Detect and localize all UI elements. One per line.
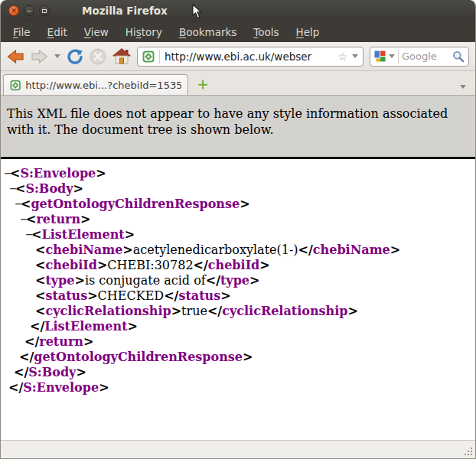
collapse-toggle-icon[interactable]: −	[15, 197, 21, 212]
xml-close-tag: </chebiId>	[194, 258, 270, 272]
resize-grip-icon[interactable]	[463, 446, 473, 456]
mouse-cursor-icon	[192, 4, 203, 19]
xml-tag-name: type	[220, 273, 249, 288]
xml-tag-name: status	[45, 288, 87, 303]
new-tab-button[interactable]: +	[195, 76, 210, 92]
xml-close-tag: </ListElement>	[30, 319, 138, 334]
xml-line: </S:Body>	[14, 365, 475, 380]
xml-line: <chebiName>acetylenedicarboxylate(1-)</c…	[35, 243, 475, 258]
collapse-toggle-icon[interactable]: −	[20, 212, 26, 227]
bookmark-star-icon[interactable]: ☆	[337, 51, 347, 62]
xml-line: <chebiId>CHEBI:30782</chebiId>	[35, 258, 475, 273]
collapse-toggle-icon[interactable]: −	[4, 166, 10, 181]
url-dropdown-icon[interactable]	[352, 54, 358, 58]
xml-close-tag: </getOntologyChildrenResponse>	[19, 350, 253, 364]
site-favicon	[142, 50, 155, 63]
xml-tag-name: S:Body	[25, 181, 73, 196]
xml-open-tag: <getOntologyChildrenResponse>	[21, 197, 250, 211]
xml-line: </S:Envelope>	[8, 380, 475, 396]
xml-line: −<S:Body>	[9, 181, 475, 197]
xml-close-tag: </status>	[164, 288, 230, 303]
xml-close-tag: </return>	[24, 334, 93, 349]
home-button[interactable]	[112, 48, 131, 64]
home-icon	[112, 48, 131, 64]
menu-item-help[interactable]: Help	[288, 23, 328, 41]
xml-tag-name: cyclicRelationship	[45, 304, 171, 318]
title-bar[interactable]: ✕ − Mozilla Firefox	[1, 0, 475, 21]
xml-style-notice: This XML file does not appear to have an…	[1, 96, 475, 159]
close-button[interactable]: ✕	[8, 5, 19, 16]
xml-close-tag: </type>	[206, 273, 260, 288]
xml-close-tag: </cyclicRelationship>	[207, 304, 358, 318]
xml-open-tag: <cyclicRelationship>	[35, 304, 181, 318]
maximize-button[interactable]	[39, 5, 50, 16]
xml-close-tag: </S:Envelope>	[8, 380, 109, 395]
search-engine-dropdown-icon[interactable]	[389, 54, 395, 58]
menu-item-view[interactable]: View	[76, 23, 117, 41]
stop-icon	[90, 48, 106, 65]
xml-open-tag: <S:Envelope>	[10, 166, 106, 181]
menu-item-file[interactable]: File	[5, 23, 39, 41]
back-button[interactable]	[7, 49, 24, 64]
url-bar[interactable]: ☆	[137, 47, 364, 67]
tab-title: http://www.ebi...?chebiId=15357	[25, 80, 181, 91]
forward-button[interactable]	[31, 49, 48, 64]
window-title: Mozilla Firefox	[82, 5, 168, 17]
stop-button[interactable]	[90, 48, 106, 65]
xml-open-tag: <chebiId>	[35, 258, 107, 272]
divider	[398, 50, 399, 63]
xml-line: −<getOntologyChildrenResponse>	[15, 197, 475, 212]
menu-bar: FileEditViewHistoryBookmarksToolsHelp	[1, 21, 475, 42]
xml-line: </ListElement>	[30, 319, 475, 334]
search-input[interactable]	[402, 50, 449, 62]
list-all-tabs-icon[interactable]	[460, 85, 466, 89]
xml-open-tag: <status>	[35, 288, 98, 303]
menu-item-history[interactable]: History	[117, 23, 171, 41]
xml-style-notice-text: This XML file does not appear to have an…	[7, 106, 448, 137]
collapse-toggle-icon[interactable]: −	[25, 227, 31, 243]
xml-line: <status>CHECKED</status>	[35, 288, 475, 304]
window-buttons: ✕ −	[8, 5, 50, 16]
xml-line: <cyclicRelationship>true</cyclicRelation…	[35, 304, 475, 319]
divider	[159, 50, 160, 63]
xml-line: −<S:Envelope>	[4, 166, 475, 181]
xml-open-tag: <type>	[35, 273, 85, 288]
xml-tag-name: ListElement	[41, 227, 124, 242]
xml-line: </return>	[24, 334, 475, 350]
xml-tag-name: cyclicRelationship	[222, 304, 347, 318]
xml-tag-name: return	[39, 334, 83, 349]
search-bar[interactable]	[370, 47, 469, 67]
menu-item-tools[interactable]: Tools	[245, 23, 287, 41]
xml-tag-name: ListElement	[44, 319, 127, 334]
xml-text-value: CHECKED	[98, 288, 165, 303]
status-bar	[1, 440, 475, 458]
active-tab[interactable]: http://www.ebi...?chebiId=15357	[3, 74, 188, 95]
xml-text-value: CHEBI:30782	[107, 258, 193, 272]
xml-tag-name: status	[178, 288, 220, 303]
xml-document-tree: −<S:Envelope>−<S:Body>−<getOntologyChild…	[1, 159, 475, 440]
xml-tag-name: type	[45, 273, 74, 288]
back-icon	[7, 49, 24, 64]
xml-tag-name: chebiId	[45, 258, 97, 272]
xml-tag-name: S:Envelope	[20, 166, 96, 181]
xml-open-tag: <ListElement>	[31, 227, 135, 242]
menu-item-bookmarks[interactable]: Bookmarks	[171, 23, 245, 41]
maximize-icon	[42, 9, 47, 13]
xml-tag-name: S:Envelope	[23, 380, 99, 395]
url-input[interactable]	[165, 50, 333, 63]
xml-tag-name: chebiId	[208, 258, 260, 272]
menu-item-edit[interactable]: Edit	[39, 23, 76, 41]
xml-line: <type>is conjugate acid of</type>	[35, 273, 475, 288]
reload-button[interactable]	[67, 48, 83, 65]
minimize-button[interactable]: −	[24, 5, 34, 16]
xml-tag-name: getOntologyChildrenResponse	[31, 197, 240, 211]
search-magnifier-icon[interactable]	[452, 50, 465, 63]
xml-tag-name: return	[36, 212, 80, 226]
xml-text-value: acetylenedicarboxylate(1-)	[133, 243, 298, 257]
xml-tag-name: S:Body	[28, 365, 76, 379]
collapse-toggle-icon[interactable]: −	[9, 181, 15, 197]
xml-open-tag: <return>	[26, 212, 91, 226]
xml-open-tag: <S:Body>	[15, 181, 83, 196]
xml-open-tag: <chebiName>	[35, 243, 133, 257]
back-forward-dropdown-icon[interactable]	[54, 54, 60, 58]
